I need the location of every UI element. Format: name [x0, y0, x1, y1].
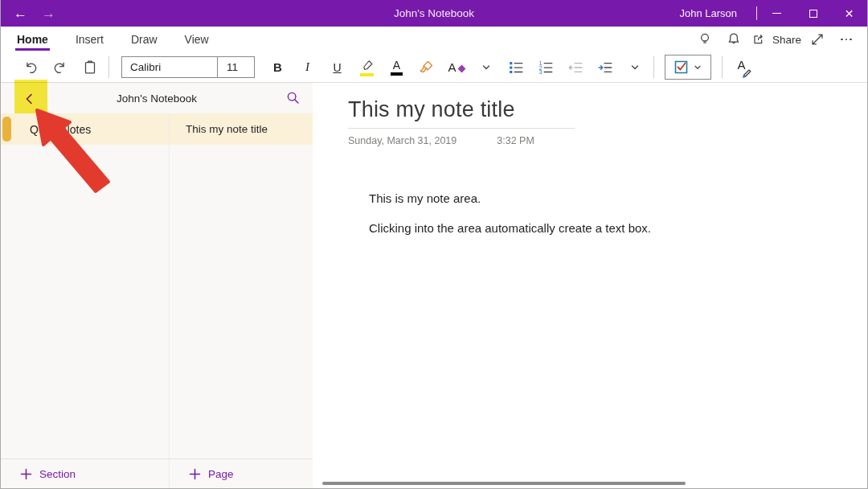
- page-item[interactable]: This my note title: [170, 113, 313, 145]
- font-size-select[interactable]: 11: [217, 57, 254, 77]
- tab-home[interactable]: Home: [15, 27, 50, 52]
- forward-button[interactable]: →: [42, 6, 55, 20]
- paste-button[interactable]: [75, 55, 104, 80]
- fullscreen-button[interactable]: [805, 28, 830, 51]
- font-color-button[interactable]: A: [382, 55, 411, 80]
- note-paragraph: This is my note area.: [369, 191, 867, 205]
- back-button[interactable]: ←: [14, 6, 27, 20]
- collapse-navigation-button[interactable]: [14, 84, 46, 112]
- highlight-button[interactable]: [352, 55, 382, 80]
- search-icon: [285, 89, 302, 107]
- nav-arrows: ← →: [1, 6, 55, 20]
- onenote-window: ← → John's Notebook John Larson ✕ Home I…: [0, 0, 868, 489]
- ink-editor-icon: A: [732, 59, 751, 76]
- navigation-panel: John's Notebook Quick Notes This my note…: [1, 84, 313, 488]
- clear-formatting-icon: A: [448, 61, 464, 73]
- page-title-field[interactable]: This my note title: [348, 97, 867, 122]
- chevron-down-icon: [693, 63, 702, 72]
- italic-button[interactable]: I: [293, 55, 322, 80]
- more-basic-text-button[interactable]: [471, 55, 501, 80]
- undo-button[interactable]: [15, 55, 45, 80]
- tab-home-label: Home: [17, 33, 48, 46]
- bulleted-list-button[interactable]: [501, 55, 530, 80]
- section-color-tab: [2, 117, 11, 142]
- ribbon-tabs-row: Home Insert Draw View Share: [1, 27, 867, 52]
- page-item-label: This my note title: [186, 123, 268, 135]
- ellipsis-icon: [841, 39, 852, 41]
- sections-list: Quick Notes: [1, 113, 170, 458]
- redo-button[interactable]: [45, 55, 75, 80]
- close-icon: ✕: [845, 8, 854, 19]
- account-user-name[interactable]: John Larson: [679, 7, 737, 19]
- numbered-list-icon: 123: [537, 59, 555, 76]
- titlebar-right: John Larson ✕: [679, 0, 867, 27]
- clipboard-icon: [81, 59, 99, 76]
- formatting-toolbar: Calibri 11 B I U A A: [1, 52, 867, 83]
- underline-icon: U: [333, 61, 341, 74]
- maximize-button[interactable]: [795, 0, 831, 27]
- close-button[interactable]: ✕: [831, 0, 867, 27]
- font-color-icon: A: [391, 60, 403, 76]
- plus-icon: [20, 468, 32, 480]
- title-divider: [348, 128, 575, 129]
- add-section-button[interactable]: Section: [1, 459, 170, 488]
- increase-indent-button[interactable]: [590, 55, 620, 80]
- tab-view[interactable]: View: [183, 27, 211, 52]
- pages-list: This my note title: [170, 113, 313, 458]
- tab-insert-label: Insert: [76, 33, 104, 46]
- maximize-icon: [809, 10, 817, 18]
- bell-icon: [725, 31, 743, 48]
- page-time: 3:32 PM: [497, 135, 534, 146]
- ink-editor-button[interactable]: A: [727, 55, 756, 80]
- bold-icon: B: [273, 60, 282, 74]
- page-date: Sunday, March 31, 2019: [348, 135, 457, 146]
- share-icon: [750, 31, 768, 48]
- chevron-left-icon: [23, 91, 37, 105]
- clear-formatting-button[interactable]: A: [441, 55, 471, 80]
- share-button[interactable]: Share: [750, 28, 801, 51]
- font-name-select[interactable]: Calibri: [122, 57, 217, 77]
- lightbulb-icon: [696, 31, 714, 48]
- plus-icon: [189, 468, 201, 480]
- numbered-list-button[interactable]: 123: [530, 55, 560, 80]
- note-editor[interactable]: This my note title Sunday, March 31, 201…: [313, 84, 867, 488]
- add-page-label: Page: [208, 468, 234, 480]
- underline-button[interactable]: U: [322, 55, 352, 80]
- chevron-down-icon: [481, 62, 492, 73]
- undo-icon: [22, 59, 39, 76]
- tab-insert[interactable]: Insert: [74, 27, 105, 52]
- tab-view-label: View: [185, 33, 209, 46]
- format-painter-button[interactable]: [411, 55, 441, 80]
- panel-header: John's Notebook: [1, 84, 313, 113]
- more-options-button[interactable]: [833, 28, 859, 51]
- page-meta: Sunday, March 31, 2019 3:32 PM: [348, 135, 867, 146]
- bold-button[interactable]: B: [263, 55, 293, 80]
- note-text-block[interactable]: This is my note area. Clicking into the …: [369, 191, 867, 235]
- section-item-label: Quick Notes: [30, 123, 91, 136]
- notebook-name-header[interactable]: John's Notebook: [1, 92, 313, 105]
- horizontal-scrollbar[interactable]: [322, 482, 686, 485]
- todo-tag-button[interactable]: [665, 55, 711, 80]
- titlebar-divider: [756, 6, 757, 20]
- forward-arrow-icon: →: [42, 6, 55, 21]
- tell-me-button[interactable]: [692, 28, 718, 51]
- bulleted-list-icon: [507, 59, 525, 76]
- decrease-indent-button[interactable]: [560, 55, 590, 80]
- more-lists-button[interactable]: [620, 55, 649, 80]
- content-area: John's Notebook Quick Notes This my note…: [1, 84, 867, 488]
- minimize-button[interactable]: [759, 0, 795, 27]
- tab-draw[interactable]: Draw: [129, 27, 159, 52]
- highlighter-icon: [358, 58, 377, 77]
- notifications-button[interactable]: [721, 28, 747, 51]
- tab-draw-label: Draw: [131, 33, 158, 46]
- svg-text:3: 3: [538, 69, 542, 75]
- toolbar-separator: [653, 56, 654, 78]
- todo-checkbox-icon: [674, 60, 689, 75]
- search-button[interactable]: [279, 84, 308, 112]
- toolbar-separator: [108, 56, 109, 78]
- toolbar-separator: [722, 56, 723, 78]
- panel-body: Quick Notes This my note title: [1, 113, 313, 458]
- note-page: This my note title Sunday, March 31, 201…: [313, 84, 867, 235]
- add-page-button[interactable]: Page: [170, 459, 313, 488]
- section-item-quick-notes[interactable]: Quick Notes: [1, 113, 169, 145]
